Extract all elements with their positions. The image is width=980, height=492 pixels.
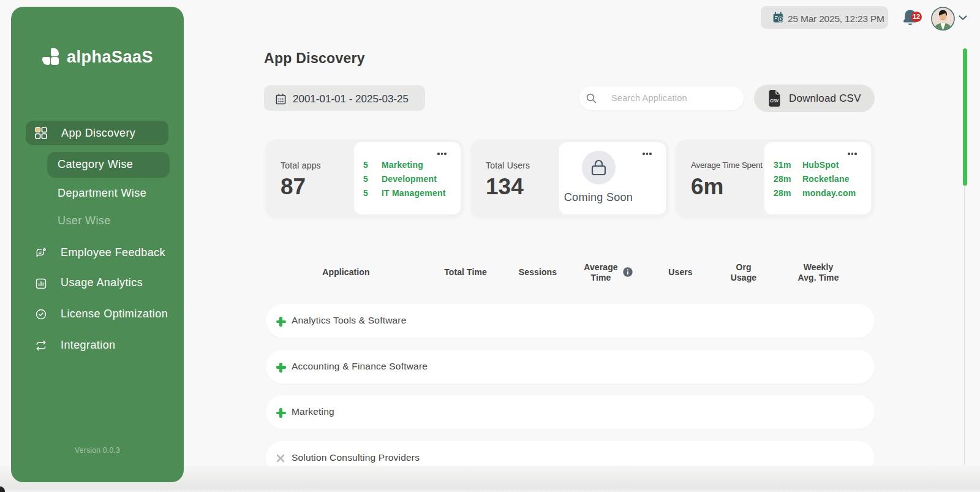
svg-text:CSV: CSV xyxy=(770,99,778,103)
